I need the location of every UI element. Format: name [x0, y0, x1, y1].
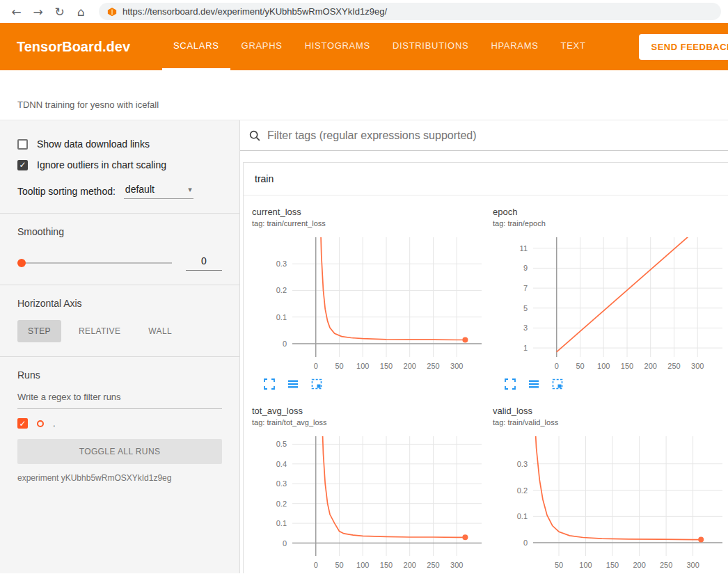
content: Show data download links Ignore outliers… [0, 120, 728, 573]
tooltip-sorting-value: default [125, 184, 155, 195]
chart-plot[interactable]: 00.10.20.30.40.5050100150200250300 [252, 431, 489, 573]
svg-text:200: 200 [644, 362, 657, 370]
svg-text:100: 100 [579, 561, 592, 569]
svg-text:0.4: 0.4 [276, 460, 287, 468]
log-scale-icon[interactable] [528, 378, 540, 390]
reload-icon[interactable]: ↻ [50, 2, 69, 21]
fullscreen-icon[interactable] [504, 378, 516, 390]
tensorboard-favicon [107, 7, 117, 17]
svg-text:50: 50 [576, 362, 584, 370]
smoothing-value-input[interactable]: 0 [186, 255, 222, 271]
ignore-outliers-row: Ignore outliers in chart scaling [17, 159, 222, 170]
runs-label: Runs [17, 369, 222, 381]
svg-text:0.5: 0.5 [276, 440, 287, 448]
browser-chrome: ← → ↻ ⌂ https://tensorboard.dev/experime… [0, 0, 728, 23]
axis-wall-button[interactable]: WALL [138, 320, 182, 342]
forward-icon[interactable]: → [29, 2, 47, 21]
svg-text:0.3: 0.3 [276, 479, 287, 488]
chart-plot[interactable]: 1357911050100150200250300 [493, 232, 728, 375]
chart-card: valid_losstag: train/valid_loss00.10.20.… [493, 406, 728, 573]
svg-text:150: 150 [380, 362, 393, 370]
svg-text:0: 0 [555, 362, 559, 370]
svg-text:0.3: 0.3 [276, 260, 287, 268]
tensorboard-logo[interactable]: TensorBoard.dev [17, 39, 130, 55]
tab-text[interactable]: TEXT [550, 23, 597, 70]
chart-card: epochtag: train/epoch1357911050100150200… [493, 207, 728, 390]
smoothing-label: Smoothing [17, 226, 222, 237]
chart-tag: tag: train/valid_loss [493, 418, 728, 426]
send-feedback-button[interactable]: SEND FEEDBACK [639, 34, 728, 60]
smoothing-slider[interactable] [17, 258, 172, 268]
slider-knob[interactable] [17, 259, 26, 267]
svg-text:0.2: 0.2 [276, 286, 287, 294]
ignore-outliers-checkbox[interactable] [17, 160, 28, 170]
slider-track[interactable] [17, 262, 172, 264]
svg-text:300: 300 [686, 561, 699, 569]
svg-text:250: 250 [427, 362, 439, 370]
svg-text:0.1: 0.1 [276, 519, 287, 527]
tab-distributions[interactable]: DISTRIBUTIONS [381, 23, 480, 70]
svg-text:150: 150 [380, 561, 393, 569]
fullscreen-icon[interactable] [263, 378, 276, 390]
subheader: TDNN training for yesno with icefall [0, 70, 728, 120]
log-scale-icon[interactable] [287, 378, 299, 390]
svg-text:300: 300 [691, 362, 704, 370]
fit-domain-icon[interactable] [310, 378, 323, 390]
settings-sidebar: Show data download links Ignore outliers… [0, 120, 240, 573]
tab-histograms[interactable]: HISTOGRAMS [294, 23, 381, 70]
tooltip-sorting-label: Tooltip sorting method: [17, 186, 116, 197]
main-content: train current_losstag: train/current_los… [240, 120, 728, 573]
train-section-header[interactable]: train [244, 163, 728, 196]
runs-filter-input[interactable] [17, 386, 222, 409]
tab-graphs[interactable]: GRAPHS [230, 23, 294, 70]
chart-tag: tag: train/tot_avg_loss [252, 418, 489, 426]
chart-plot[interactable]: 00.10.20.350100150200250300 [493, 431, 728, 573]
chart-title: epoch [493, 207, 728, 217]
train-section-card: train current_losstag: train/current_los… [243, 162, 728, 573]
url-text: https://tensorboard.dev/experiment/yKUbh… [122, 6, 387, 17]
svg-text:250: 250 [427, 561, 439, 569]
smoothing-slider-row: 0 [17, 255, 222, 271]
svg-text:50: 50 [335, 362, 343, 370]
chart-plot[interactable]: 00.10.20.3050100150200250300 [252, 232, 489, 375]
svg-text:9: 9 [523, 264, 528, 272]
home-icon[interactable]: ⌂ [72, 2, 90, 21]
address-bar[interactable]: https://tensorboard.dev/experiment/yKUbh… [99, 3, 721, 20]
svg-text:100: 100 [356, 561, 369, 569]
svg-text:300: 300 [450, 362, 463, 370]
svg-text:11: 11 [520, 244, 528, 253]
run-name[interactable]: . [53, 418, 56, 429]
run-row[interactable]: . [17, 418, 222, 429]
filter-tags-input[interactable] [267, 129, 720, 142]
svg-text:150: 150 [621, 362, 633, 370]
chart-tag: tag: train/epoch [493, 219, 728, 228]
run-checkbox[interactable] [17, 418, 28, 429]
axis-step-button[interactable]: STEP [17, 320, 61, 342]
charts-grid: current_losstag: train/current_loss00.10… [244, 196, 728, 573]
experiment-title: TDNN training for yesno with icefall [17, 99, 159, 110]
toggle-all-runs-button[interactable]: TOGGLE ALL RUNS [17, 439, 222, 464]
svg-text:50: 50 [555, 561, 563, 569]
svg-text:150: 150 [606, 561, 619, 569]
svg-text:250: 250 [667, 362, 680, 370]
tab-scalars[interactable]: SCALARS [162, 23, 230, 70]
ignore-outliers-label: Ignore outliers in chart scaling [37, 159, 166, 170]
show-download-links-checkbox[interactable] [17, 139, 28, 150]
svg-text:0.2: 0.2 [276, 500, 287, 508]
svg-text:0: 0 [523, 539, 528, 547]
show-download-links-label: Show data download links [37, 138, 150, 150]
fit-domain-icon[interactable] [551, 378, 564, 390]
svg-text:250: 250 [660, 561, 672, 569]
svg-text:0: 0 [314, 362, 318, 370]
chart-title: tot_avg_loss [252, 406, 489, 416]
tab-hparams[interactable]: HPARAMS [480, 23, 549, 70]
tag-filter-bar [240, 120, 728, 151]
svg-text:0.3: 0.3 [517, 460, 528, 468]
svg-text:300: 300 [450, 561, 463, 569]
chart-toolbar [252, 378, 489, 390]
tooltip-sorting-select[interactable]: default ▾ [124, 183, 193, 199]
axis-relative-button[interactable]: RELATIVE [68, 320, 131, 342]
horizontal-axis-buttons: STEP RELATIVE WALL [17, 320, 222, 342]
back-icon[interactable]: ← [7, 2, 26, 21]
svg-text:200: 200 [404, 561, 416, 569]
